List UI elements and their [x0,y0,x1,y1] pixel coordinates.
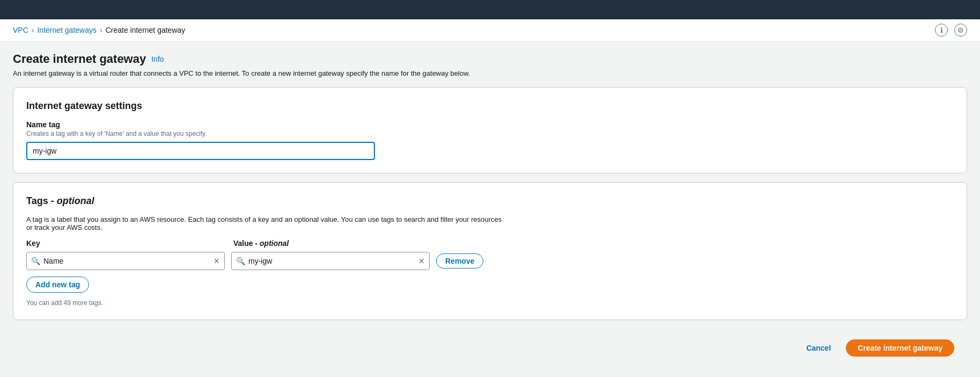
name-tag-hint: Creates a tag with a key of 'Name' and a… [26,130,954,137]
tags-card-title: Tags - optional [26,195,954,207]
breadcrumb-sep-1: › [32,26,34,34]
tags-header-row: Key Value - optional [26,239,954,248]
top-navbar [0,0,980,19]
tag-value-input-wrap: 🔍 ✕ [231,252,430,270]
tags-optional-label: optional [57,195,94,206]
value-search-icon: 🔍 [236,257,245,265]
main-content: Create internet gateway Info An internet… [0,41,980,377]
tag-value-clear-button[interactable]: ✕ [418,257,425,265]
settings-card: Internet gateway settings Name tag Creat… [13,87,967,173]
footer-actions: Cancel Create internet gateway [13,329,967,357]
page-title-row: Create internet gateway Info [13,52,967,66]
settings-icon[interactable]: ⚙ [954,24,967,37]
breadcrumb-current: Create internet gateway [106,26,186,34]
value-optional-label: optional [260,239,289,248]
breadcrumb-action-icons: ℹ ⚙ [935,24,967,37]
info-link[interactable]: Info [151,55,164,63]
page-description: An internet gateway is a virtual router … [13,69,496,77]
settings-card-title: Internet gateway settings [26,100,954,112]
key-col-header: Key [26,239,225,248]
breadcrumb-internet-gateways[interactable]: Internet gateways [37,26,97,34]
tag-row: 🔍 ✕ 🔍 ✕ Remove [26,252,954,270]
breadcrumb-bar: VPC › Internet gateways › Create interne… [0,19,980,41]
name-tag-label: Name tag [26,120,954,129]
tags-card: Tags - optional A tag is a label that yo… [13,182,967,320]
tags-description: A tag is a label that you assign to an A… [26,215,509,231]
page-title: Create internet gateway [13,52,146,66]
tags-remaining: You can add 49 more tags. [26,299,954,307]
add-new-tag-button[interactable]: Add new tag [26,277,89,293]
breadcrumb-vpc[interactable]: VPC [13,26,28,34]
create-internet-gateway-button[interactable]: Create internet gateway [846,339,954,357]
tag-key-input-wrap: 🔍 ✕ [26,252,225,270]
tag-key-clear-button[interactable]: ✕ [213,257,220,265]
info-circle-icon[interactable]: ℹ [935,24,948,37]
tag-key-input[interactable] [43,257,210,265]
name-tag-input[interactable] [26,142,375,160]
key-search-icon: 🔍 [31,257,40,265]
breadcrumb-sep-2: › [100,26,102,34]
cancel-button[interactable]: Cancel [800,339,837,357]
tag-value-input[interactable] [248,257,415,265]
remove-tag-button[interactable]: Remove [436,253,483,269]
value-col-header: Value - optional [233,239,432,248]
